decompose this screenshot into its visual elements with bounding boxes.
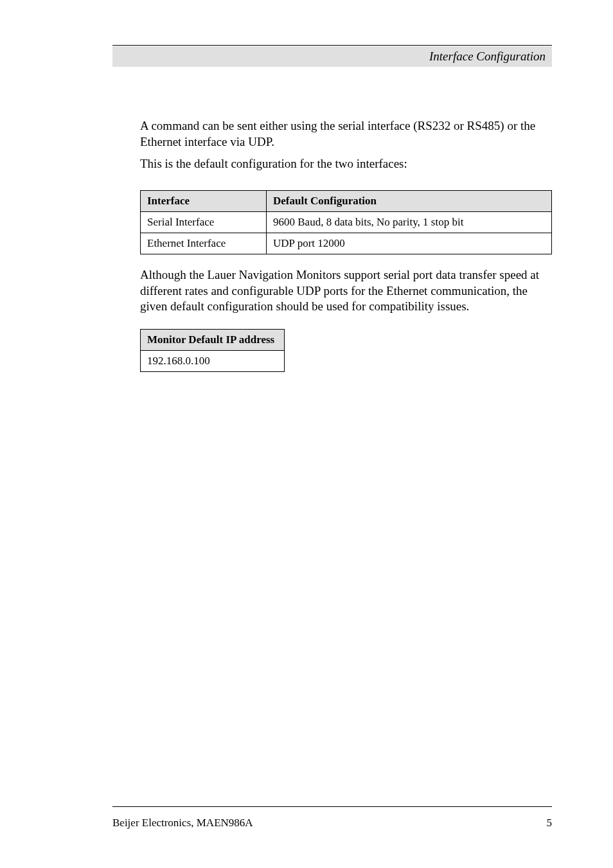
table-row: 192.168.0.100 [141, 351, 285, 372]
th-default-config: Default Configuration [267, 191, 552, 212]
ip-address-table: Monitor Default IP address 192.168.0.100 [140, 329, 285, 372]
td-default-config: UDP port 12000 [267, 233, 552, 254]
td-interface: Ethernet Interface [141, 233, 267, 254]
top-rule [112, 45, 552, 46]
paragraph-1: A command can be sent either using the s… [140, 118, 552, 150]
page: Interface Configuration 2 Interface Conf… [0, 0, 613, 868]
paragraph-2: This is the default configuration for th… [140, 156, 552, 172]
td-default-config: 9600 Baud, 8 data bits, No parity, 1 sto… [267, 212, 552, 233]
th-interface: Interface [141, 191, 267, 212]
table-row: Ethernet Interface UDP port 12000 [141, 233, 552, 254]
running-header-text: Interface Configuration [429, 49, 546, 64]
td-ip-address: 192.168.0.100 [141, 351, 285, 372]
table-header-row: Interface Default Configuration [141, 191, 552, 212]
table-row: Serial Interface 9600 Baud, 8 data bits,… [141, 212, 552, 233]
bottom-rule [112, 806, 552, 807]
th-ip-address: Monitor Default IP address [141, 330, 285, 351]
td-interface: Serial Interface [141, 212, 267, 233]
content-area: 2 Interface Configuration A command can … [140, 118, 552, 372]
footer-left: Beijer Electronics, MAEN986A [112, 817, 253, 829]
table-header-row: Monitor Default IP address [141, 330, 285, 351]
footer-page-number: 5 [547, 817, 553, 829]
running-header: Interface Configuration [112, 46, 552, 67]
paragraph-3: Although the Lauer Navigation Monitors s… [140, 267, 552, 315]
footer: Beijer Electronics, MAEN986A 5 [112, 817, 552, 829]
interface-config-table: Interface Default Configuration Serial I… [140, 190, 552, 254]
